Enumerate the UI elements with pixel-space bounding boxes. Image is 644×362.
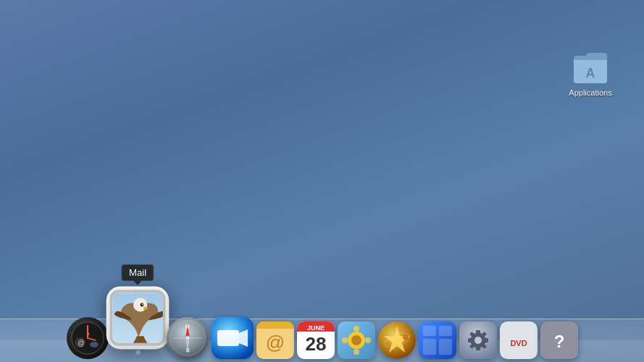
- mail-icon: [106, 287, 168, 349]
- dock-item-ical[interactable]: JUNE 28: [297, 321, 335, 359]
- mail-active-dot: [135, 350, 140, 354]
- dashboard-icon: [419, 321, 456, 359]
- dock-item-dashboard[interactable]: [419, 321, 456, 359]
- svg-point-35: [354, 326, 359, 332]
- svg-point-50: [474, 337, 482, 344]
- svg-rect-54: [484, 338, 488, 342]
- dock-item-itunes[interactable]: [378, 321, 416, 359]
- svg-rect-46: [423, 339, 436, 355]
- svg-rect-44: [423, 326, 436, 336]
- svg-text:A: A: [586, 66, 595, 80]
- dock: @ ♪ Mail: [0, 282, 644, 362]
- svg-text:28: 28: [305, 333, 326, 355]
- safari-icon: N S: [167, 317, 209, 359]
- help-icon: ?: [540, 321, 578, 359]
- svg-text:@: @: [265, 332, 284, 353]
- svg-text:@: @: [78, 339, 85, 347]
- svg-point-34: [351, 335, 361, 345]
- ical-icon: JUNE 28: [297, 321, 335, 359]
- dock-item-systemprefs[interactable]: [459, 321, 497, 359]
- dock-item-help[interactable]: ?: [540, 321, 578, 359]
- dock-item-safari[interactable]: N S: [167, 317, 209, 359]
- applications-folder-label: Applications: [569, 88, 611, 98]
- systemprefs-icon: [459, 321, 497, 359]
- svg-point-36: [354, 349, 359, 355]
- dvdplayer-icon: DVD: [500, 321, 538, 359]
- svg-point-42: [403, 334, 409, 340]
- svg-rect-47: [439, 339, 452, 355]
- svg-point-37: [342, 337, 348, 343]
- svg-point-21: [185, 336, 190, 340]
- mail-tooltip: Mail: [121, 264, 154, 282]
- dock-item-addressbook[interactable]: @: [256, 321, 294, 359]
- svg-rect-26: [256, 321, 294, 329]
- dock-item-launchpad[interactable]: @ ♪: [67, 317, 109, 359]
- svg-point-8: [90, 342, 99, 348]
- svg-rect-45: [439, 326, 452, 336]
- dock-item-dvdplayer[interactable]: DVD: [500, 321, 538, 359]
- applications-folder-image: A: [572, 49, 609, 87]
- itunes-icon: [378, 321, 416, 359]
- dock-item-iphoto[interactable]: [338, 321, 375, 359]
- svg-rect-53: [468, 338, 472, 342]
- svg-rect-23: [217, 330, 239, 346]
- dock-item-facetime[interactable]: [212, 317, 254, 359]
- dock-items: @ ♪ Mail: [59, 303, 585, 359]
- applications-folder-icon[interactable]: A Applications: [561, 49, 619, 98]
- facetime-icon: [212, 317, 254, 359]
- addressbook-icon: @: [256, 321, 294, 359]
- dock-item-mail[interactable]: Mail: [106, 287, 168, 355]
- svg-rect-52: [476, 346, 480, 350]
- svg-rect-51: [476, 330, 480, 334]
- iphoto-icon: [338, 321, 375, 359]
- svg-text:?: ?: [553, 332, 564, 351]
- svg-text:DVD: DVD: [510, 339, 527, 348]
- desktop: A Applications: [0, 0, 644, 362]
- svg-point-38: [365, 337, 371, 343]
- svg-text:JUNE: JUNE: [306, 324, 324, 332]
